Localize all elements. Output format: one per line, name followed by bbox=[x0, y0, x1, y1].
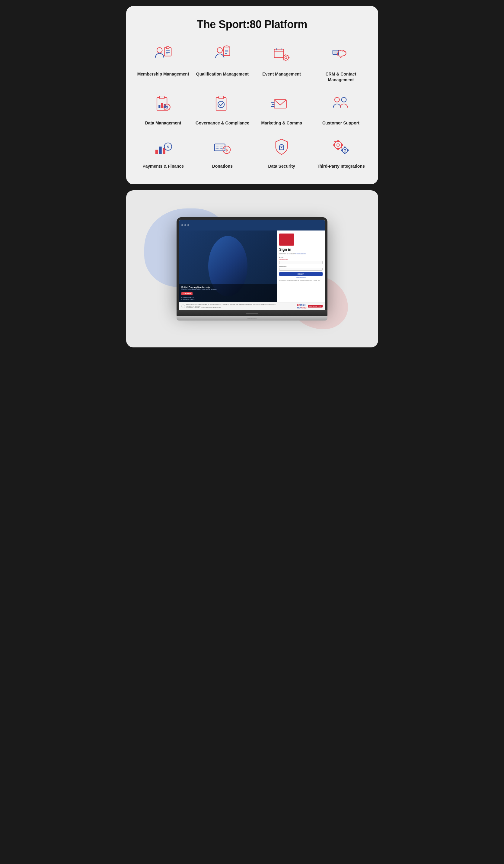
website-mockup: British Fencing Membership Click the but… bbox=[179, 220, 325, 310]
svg-text:$: $ bbox=[166, 106, 168, 109]
feature-event[interactable]: Event Management bbox=[254, 43, 310, 83]
join-now-button[interactable]: JOIN NOW bbox=[181, 292, 193, 295]
create-account-link[interactable]: Create account bbox=[295, 253, 306, 255]
svg-point-64 bbox=[344, 149, 346, 151]
security-label: Data Security bbox=[268, 164, 295, 169]
svg-text:$: $ bbox=[225, 148, 228, 152]
svg-point-63 bbox=[343, 147, 348, 153]
membership-icon bbox=[151, 43, 175, 67]
svg-rect-11 bbox=[274, 49, 284, 58]
svg-point-0 bbox=[157, 48, 162, 53]
qualification-icon bbox=[210, 43, 234, 67]
email-input[interactable] bbox=[279, 261, 323, 264]
donations-label: Donations bbox=[212, 164, 233, 169]
feature-crm[interactable]: CRM & Contact Management bbox=[313, 43, 369, 83]
brand-top: BRITISHFENCING bbox=[280, 236, 293, 244]
crm-label: CRM & Contact Management bbox=[313, 71, 369, 83]
laptop-brand: MacBook Pro bbox=[247, 317, 257, 319]
integrations-label: Third-Party Integrations bbox=[317, 164, 365, 169]
footer-address: BRITISH FENCING, 1 BARON'S GATE, 33-35 R… bbox=[186, 304, 297, 309]
site-nav-bar bbox=[179, 220, 325, 230]
membership-subtitle: Click the button below to join now or si… bbox=[181, 288, 274, 290]
svg-rect-65 bbox=[344, 146, 346, 148]
security-icon bbox=[270, 135, 294, 159]
governance-label: Governance & Compliance bbox=[196, 120, 249, 126]
donations-icon: $ bbox=[210, 135, 234, 159]
terms-text: By continuing you are agreeing to our Te… bbox=[279, 279, 323, 281]
laptop-mockup: British Fencing Membership Click the but… bbox=[176, 217, 328, 321]
svg-point-41 bbox=[335, 97, 340, 102]
events-link[interactable]: UPCOMING EVENTS bbox=[183, 299, 194, 300]
marketing-icon bbox=[270, 92, 294, 116]
site-main-content: British Fencing Membership Click the but… bbox=[179, 230, 325, 302]
svg-point-56 bbox=[337, 144, 340, 146]
donation-link[interactable]: MAKE A DONATION bbox=[183, 297, 194, 298]
contact-support-btn[interactable]: CONTACT SUPPORT bbox=[308, 305, 323, 308]
payments-icon: $ bbox=[151, 135, 175, 159]
svg-point-36 bbox=[218, 101, 224, 108]
svg-rect-2 bbox=[166, 47, 169, 49]
event-label: Event Management bbox=[262, 71, 301, 77]
payments-label: Payments & Finance bbox=[143, 164, 184, 169]
crm-icon bbox=[329, 43, 353, 67]
membership-label: Membership Management bbox=[137, 71, 189, 77]
feature-data-mgmt[interactable]: $ Data Management bbox=[135, 92, 191, 126]
feature-integrations[interactable]: Third-Party Integrations bbox=[313, 135, 369, 169]
svg-rect-30 bbox=[161, 103, 163, 108]
data-mgmt-icon: $ bbox=[151, 92, 175, 116]
signin-button[interactable]: SIGN IN bbox=[279, 272, 323, 276]
email-error: Field is required bbox=[279, 259, 323, 260]
svg-rect-43 bbox=[155, 149, 158, 154]
feature-security[interactable]: Data Security bbox=[254, 135, 310, 169]
brand-logo: BRITISHFENCING bbox=[279, 233, 323, 245]
support-label: Customer Support bbox=[322, 120, 359, 126]
svg-rect-29 bbox=[158, 105, 160, 108]
svg-line-24 bbox=[283, 60, 284, 60]
svg-point-54 bbox=[281, 147, 282, 148]
forgot-password-link[interactable]: Forgot password? bbox=[279, 277, 323, 278]
feature-qualification[interactable]: Qualification Management bbox=[194, 43, 250, 83]
feature-support[interactable]: Customer Support bbox=[313, 92, 369, 126]
support-icon bbox=[329, 92, 353, 116]
features-grid: Membership Management Qualification Mana… bbox=[135, 43, 369, 169]
site-left-panel: British Fencing Membership Click the but… bbox=[179, 230, 277, 302]
svg-line-23 bbox=[287, 55, 288, 56]
svg-rect-66 bbox=[344, 153, 346, 154]
feature-donations[interactable]: $ Donations bbox=[194, 135, 250, 169]
event-icon bbox=[270, 43, 294, 67]
laptop-screen-inner: British Fencing Membership Click the but… bbox=[179, 220, 325, 310]
feature-marketing[interactable]: Marketing & Comms bbox=[254, 92, 310, 126]
svg-rect-34 bbox=[216, 98, 226, 110]
feature-payments[interactable]: $ Payments & Finance bbox=[135, 135, 191, 169]
laptop-screen-outer: British Fencing Membership Click the but… bbox=[176, 217, 328, 310]
svg-rect-60 bbox=[341, 144, 343, 146]
feature-membership[interactable]: Membership Management bbox=[135, 43, 191, 83]
svg-rect-68 bbox=[347, 149, 348, 151]
site-footer: BRITISH FENCING, 1 BARON'S GATE, 33-35 R… bbox=[179, 302, 325, 310]
signin-subtext: Don't have an account? Create account bbox=[279, 253, 323, 255]
nav-dot-3 bbox=[187, 224, 189, 226]
nav-dot-2 bbox=[184, 224, 186, 226]
signin-heading: Sign in bbox=[279, 248, 323, 252]
svg-point-6 bbox=[217, 48, 222, 53]
sign-in-panel: BRITISHFENCING Sign in Don't have an acc… bbox=[277, 230, 325, 302]
password-label: Password * bbox=[279, 266, 323, 267]
feature-governance[interactable]: Governance & Compliance bbox=[194, 92, 250, 126]
svg-line-22 bbox=[287, 60, 288, 60]
membership-panel: British Fencing Membership Click the but… bbox=[179, 284, 277, 302]
qualification-label: Qualification Management bbox=[196, 71, 249, 77]
data-mgmt-label: Data Management bbox=[145, 120, 181, 126]
governance-icon bbox=[210, 92, 234, 116]
svg-rect-59 bbox=[333, 144, 335, 146]
platform-card: The Sport:80 Platform Membership Managem… bbox=[126, 6, 378, 184]
svg-point-16 bbox=[285, 57, 287, 59]
platform-title: The Sport:80 Platform bbox=[135, 18, 369, 31]
svg-rect-44 bbox=[159, 146, 162, 154]
svg-text:$: $ bbox=[167, 145, 169, 149]
laptop-hinge bbox=[176, 310, 328, 316]
svg-rect-28 bbox=[159, 96, 164, 99]
email-label: Email * bbox=[279, 256, 323, 258]
svg-rect-58 bbox=[337, 148, 339, 149]
password-input[interactable] bbox=[279, 268, 323, 271]
integrations-icon bbox=[329, 135, 353, 159]
